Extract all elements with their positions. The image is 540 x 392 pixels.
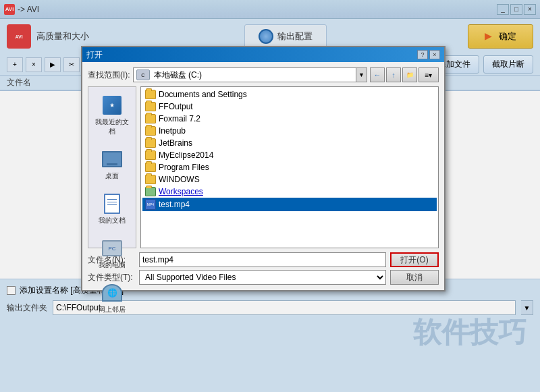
file-item-myeclipse[interactable]: MyEclipse2014: [142, 149, 437, 161]
folder-icon: [145, 138, 156, 148]
dialog-sidebar: ★ 我最近的文档 桌面: [88, 86, 136, 248]
folder-icon: [145, 102, 156, 111]
dialog-title-controls: ? ×: [417, 50, 440, 59]
mp4-icon: MP4: [145, 199, 156, 210]
mydocs-icon: [101, 193, 123, 215]
dialog-filelist[interactable]: Documents and Settings FFOutput Foxmail …: [140, 86, 439, 248]
filename-input[interactable]: [139, 252, 386, 267]
sidebar-network-label: 网上邻居: [99, 305, 126, 314]
folder-icon: [145, 163, 156, 172]
filetype-row: 文件类型(T): All Supported Video Files 取消: [88, 270, 439, 285]
filename-row: 文件名(N): 打开(O): [88, 252, 439, 267]
open-dialog: 打开 ? × 查找范围(I): C 本地磁盘 (C:) ▼: [81, 46, 446, 291]
file-item-inetpub[interactable]: Inetpub: [142, 125, 437, 137]
sidebar-item-mydocs[interactable]: 我的文档: [90, 191, 134, 227]
filetype-wrapper: All Supported Video Files: [139, 270, 386, 285]
folder-icon: [145, 150, 156, 160]
file-item-programfiles[interactable]: Program Files: [142, 161, 437, 173]
file-item-workspaces[interactable]: Workspaces: [142, 186, 437, 198]
sidebar-mydocs-label: 我的文档: [99, 216, 126, 225]
folder-icon: [145, 90, 156, 99]
file-item-foxmail[interactable]: Foxmail 7.2: [142, 113, 437, 125]
nav-up-button[interactable]: ↑: [386, 67, 401, 82]
nav-back-button[interactable]: ←: [370, 67, 385, 82]
file-item-jetbrains[interactable]: JetBrains: [142, 137, 437, 149]
recent-icon: ★: [101, 94, 123, 116]
location-select[interactable]: C 本地磁盘 (C:): [133, 67, 356, 82]
desktop-icon: [101, 148, 123, 170]
sidebar-item-desktop[interactable]: 桌面: [90, 146, 134, 183]
file-item-ffoutput[interactable]: FFOutput: [142, 101, 437, 113]
filetype-label: 文件类型(T):: [88, 272, 135, 283]
sidebar-item-network[interactable]: 🌐 网上邻居: [90, 280, 134, 316]
dialog-main: ★ 我最近的文档 桌面: [88, 86, 439, 248]
dialog-title-bar: 打开 ? ×: [82, 47, 444, 62]
location-dropdown-arrow[interactable]: ▼: [356, 67, 367, 82]
file-item-docssettings[interactable]: Documents and Settings: [142, 88, 437, 101]
harddisk-icon: C: [136, 69, 150, 80]
dialog-overlay: 打开 ? × 查找范围(I): C 本地磁盘 (C:) ▼: [0, 0, 540, 392]
sidebar-item-recent[interactable]: ★ 我最近的文档: [90, 92, 134, 138]
folder-icon: [145, 114, 156, 123]
location-label: 查找范围(I):: [88, 69, 130, 81]
dialog-help-button[interactable]: ?: [417, 50, 428, 59]
filename-label: 文件名(N):: [88, 254, 135, 266]
network-icon: 🌐: [101, 282, 123, 304]
dialog-body: 查找范围(I): C 本地磁盘 (C:) ▼ ← ↑ 📁 ≡▾: [82, 62, 444, 290]
view-button[interactable]: ≡▾: [418, 67, 439, 82]
location-bar: 查找范围(I): C 本地磁盘 (C:) ▼ ← ↑ 📁 ≡▾: [88, 67, 439, 82]
sidebar-desktop-label: 桌面: [105, 171, 119, 181]
folder-icon: [145, 175, 156, 184]
nav-buttons: ← ↑ 📁 ≡▾: [370, 67, 439, 82]
sidebar-recent-label: 我最近的文档: [92, 117, 132, 136]
app-window: AVI -> AVI _ □ × AVI 高质量和大小 输出配置 ▶ 确定 + …: [0, 0, 540, 392]
open-button[interactable]: 打开(O): [390, 252, 439, 267]
new-folder-button[interactable]: 📁: [402, 67, 417, 82]
dialog-bottom: 文件名(N): 打开(O) 文件类型(T): All Supported Vid…: [88, 252, 439, 285]
dialog-close-button[interactable]: ×: [429, 50, 440, 59]
dialog-title: 打开: [86, 49, 417, 61]
folder-icon: [145, 126, 156, 136]
folder-icon: [145, 187, 156, 196]
file-item-windows[interactable]: WINDOWS: [142, 173, 437, 186]
location-value: 本地磁盘 (C:): [154, 69, 202, 81]
cancel-button[interactable]: 取消: [390, 270, 439, 285]
file-item-testmp4[interactable]: MP4 test.mp4: [142, 198, 437, 211]
filetype-select[interactable]: All Supported Video Files: [139, 270, 386, 285]
